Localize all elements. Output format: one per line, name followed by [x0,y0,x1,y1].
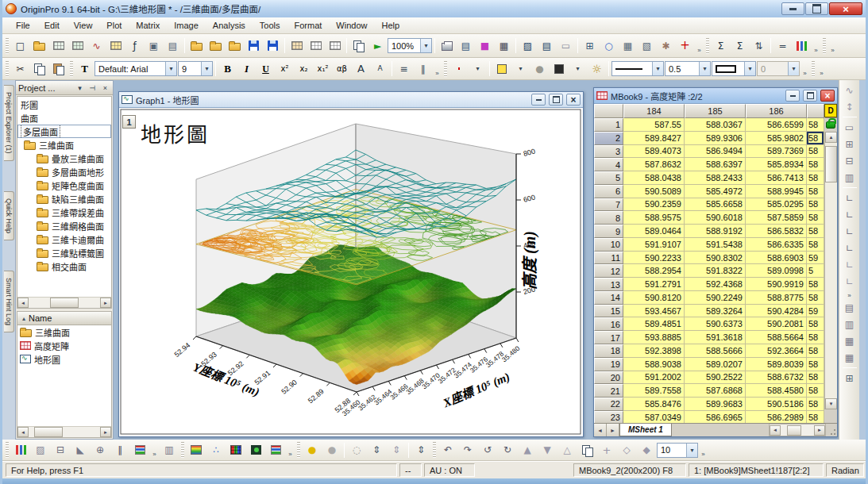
project-explorer-header[interactable]: Project ... ▾ ⊣ × [16,81,113,95]
line-width-select-arrow-icon[interactable]: ▾ [699,62,710,75]
expand-cube[interactable]: ◆ [637,441,656,459]
graph-window[interactable]: Graph1 - 地形圖 1 地形圖 35.46035.46235.46435.… [118,91,584,437]
open[interactable] [187,36,206,55]
frame-corner-bl[interactable]: ∟ [841,190,858,206]
disable-masking[interactable]: ◌ [347,441,366,459]
font-select-arrow-icon[interactable]: ▾ [165,62,176,75]
scroll-thumb[interactable] [787,425,801,436]
matrix-cell[interactable]: 591.5438 [685,238,746,252]
toolbar-grip[interactable] [6,442,9,458]
matrix-minimize-button[interactable] [785,90,800,102]
matrix-cell[interactable]: 58 [807,158,824,171]
underline[interactable]: U [257,60,275,78]
row-header-14[interactable]: 14 [594,291,623,305]
matrix-cell[interactable]: 591.9107 [623,238,685,252]
scroll-thumb[interactable] [34,427,63,437]
results-log[interactable]: ○ [600,36,618,55]
matrix-cell[interactable]: 590.5186 [746,398,807,411]
video-mode[interactable]: ▦ [495,36,513,55]
graph-gallery[interactable] [130,441,149,459]
matrix-cell[interactable]: 590.2522 [685,371,746,385]
matrix-cell[interactable]: 586.6335 [746,238,807,252]
plot-3d-scatter[interactable]: ∴ [206,441,226,459]
shift-frame[interactable] [577,441,596,459]
row-header-22[interactable]: 22 [594,398,623,411]
row-header-1[interactable]: 1 [594,118,623,132]
add-column[interactable]: + [676,36,694,55]
menu-file[interactable]: File [9,19,37,32]
merge-layers[interactable]: ⊞ [841,370,858,386]
superscript[interactable]: x² [276,60,294,78]
rotation-angle-select[interactable]: 10▾ [657,443,698,458]
matrix-cell[interactable]: 590.6018 [685,211,746,225]
sheet-prev-icon[interactable]: ◄ [594,424,607,436]
code-builder[interactable]: ✱ [657,36,675,55]
matrix-cell[interactable]: 589.0464 [623,225,685,238]
toolbar-overflow-chevron[interactable]: » [286,442,295,458]
reset-rotation[interactable]: △ [557,441,577,459]
sheet-tab[interactable]: MSheet 1 [619,424,672,436]
matrix-cell[interactable]: 588.5666 [685,344,746,358]
toolbar-grip[interactable] [6,38,9,54]
line-style-select-arrow-icon[interactable]: ▾ [652,62,663,75]
matrix-cell[interactable]: 589.8039 [746,358,807,371]
matrix-cell[interactable]: 587.5859 [746,211,807,225]
rotate-up[interactable]: ↷ [458,441,477,459]
swap-axes[interactable]: ⇕ [367,441,386,459]
image-mode[interactable]: ■ [476,36,494,55]
scroll-left-arrow[interactable]: ◄ [17,427,29,437]
title-bar[interactable]: OriginPro 9.1 64-bit - G:\三維地形圖 * - /三維曲… [2,0,866,17]
matrix-cell[interactable]: 590.4284 [746,305,807,318]
matrix-cell[interactable]: 593.8885 [623,331,685,344]
column-header-184[interactable]: 184 [623,104,685,118]
menu-help[interactable]: Help [374,19,407,32]
script-window[interactable]: ▦ [619,36,637,55]
toolbar-overflow-chevron[interactable]: » [695,38,704,54]
matrix-cell[interactable]: 589.4073 [623,145,685,159]
menu-analysis[interactable]: Analysis [206,19,253,32]
toolbar-grip[interactable] [297,442,300,458]
plot-area[interactable]: ◣ [71,441,90,459]
matrix-cell[interactable]: 588.2954 [623,264,685,278]
matrix-cell[interactable]: 586.6965 [685,411,746,423]
scroll-left-arrow[interactable]: ◄ [17,298,29,308]
graph-close-button[interactable] [566,94,581,106]
save-template[interactable] [264,36,282,55]
matrix-cell[interactable]: 588.6397 [685,158,746,171]
maximize-button[interactable] [805,2,828,15]
row-header-2[interactable]: 2 [594,132,623,145]
zoom-select-arrow-icon[interactable]: ▾ [420,39,431,52]
fill-color-arrow[interactable]: ▾ [511,60,530,78]
decrease-perspective[interactable]: ▼ [538,441,557,459]
tree-item[interactable]: 形圖 [17,98,111,111]
import-ascii[interactable] [307,36,325,55]
list-item[interactable]: 地形圖 [17,352,111,366]
row-header-18[interactable]: 18 [594,344,623,358]
layer-badge[interactable]: 1 [122,115,136,129]
command-window[interactable]: ▧ [638,36,656,55]
matrix-cell[interactable]: 58 [807,225,824,238]
matrix-cell[interactable]: 589.4851 [623,317,685,331]
matrix-cell[interactable]: 586.9494 [685,145,746,159]
matrix-cell[interactable]: 589.7369 [746,145,807,159]
distribute-vertical[interactable]: ▦ [841,349,858,366]
toolbar-overflow-chevron[interactable]: » [150,442,159,458]
matrix-window-titlebar[interactable]: MBook9 - 高度矩陣 :2/2 [594,88,837,104]
shrink-cube[interactable]: ◇ [617,441,636,459]
menu-format[interactable]: Format [287,19,330,32]
mask-data[interactable]: ● [303,441,322,459]
font-select[interactable]: Default: Arial▾ [95,61,177,76]
matrix-vertical-scrollbar[interactable]: ▲ ▼ [824,132,837,409]
axis-scale-tool[interactable]: ↕ [841,98,858,115]
toolbar-overflow-chevron[interactable]: » [812,38,820,54]
print-preview[interactable]: ▤ [457,36,475,55]
toolbar-grip[interactable] [812,61,815,77]
row-header-6[interactable]: 6 [594,185,623,198]
new-layout-page[interactable]: ▤ [538,36,556,55]
list-item[interactable]: 高度矩陣 [17,339,111,352]
matrix-cell[interactable]: 590.2249 [685,291,746,305]
rotate-down[interactable]: ↶ [438,441,457,459]
matrix-cell[interactable]: 58 [807,171,824,185]
angle-select-arrow-icon[interactable]: ▾ [788,62,799,75]
minimize-button[interactable] [781,2,804,15]
